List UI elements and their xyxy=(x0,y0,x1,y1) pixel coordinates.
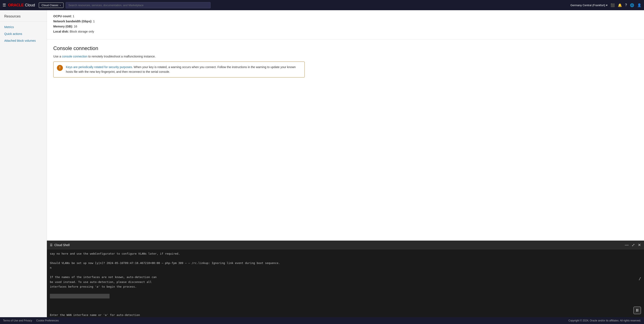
sidebar-item-quick-actions[interactable]: Quick actions xyxy=(0,30,47,37)
network-label: Network bandwidth (Gbps): xyxy=(53,19,92,23)
warning-text: Keys are periodically rotated for securi… xyxy=(66,65,301,74)
cloud-shell-header: ☰ Cloud Shell — ⤢ ✕ xyxy=(47,241,644,249)
shell-minimize-button[interactable]: — xyxy=(625,243,629,247)
local-disk-row: Local disk: Block storage only xyxy=(53,30,638,33)
content-panel: OCPU count: 1 Network bandwidth (Gbps): … xyxy=(47,10,644,241)
cloud-shell-panel: ☰ Cloud Shell — ⤢ ✕ say no here and use … xyxy=(47,241,644,317)
sidebar-item-metrics[interactable]: Metrics xyxy=(0,24,47,30)
footer: Terms of Use and Privacy Cookie Preferen… xyxy=(0,317,644,324)
sidebar-item-attached-block-volumes[interactable]: Attached block volumes xyxy=(0,37,47,44)
shell-controls: — ⤢ ✕ xyxy=(625,243,641,247)
cookie-preferences-link[interactable]: Cookie Preferences xyxy=(36,319,58,322)
blurred-content xyxy=(50,294,110,299)
cloud-shell-icon[interactable]: ⬛ xyxy=(610,3,615,7)
shell-hamburger-icon[interactable]: ☰ xyxy=(50,243,53,247)
ocpu-label: OCPU count: xyxy=(53,14,72,18)
copyright-text: Copyright © 2024, Oracle and/or its affi… xyxy=(568,319,641,322)
sidebar-title: Resources xyxy=(0,14,47,21)
shell-output: say no here and use the webConfigurator … xyxy=(50,251,641,317)
text-cursor-icon: 𝐼 xyxy=(639,277,640,282)
cloud-shell-label: Cloud Shell xyxy=(54,243,70,247)
memory-value-text: 16 xyxy=(74,25,77,28)
shell-close-button[interactable]: ✕ xyxy=(638,243,641,247)
region-selector[interactable]: Germany Central (Frankfurt) ▾ xyxy=(570,3,608,7)
cloud-classic-button[interactable]: Cloud Classic › xyxy=(39,2,64,8)
oracle-text: ORACLE xyxy=(8,3,24,7)
instance-info: OCPU count: 1 Network bandwidth (Gbps): … xyxy=(47,10,644,39)
shell-terminal-body[interactable]: say no here and use the webConfigurator … xyxy=(47,249,644,317)
security-warning-box: ! Keys are periodically rotated for secu… xyxy=(53,61,305,77)
keys-rotated-link[interactable]: Keys are periodically rotated for securi… xyxy=(66,65,132,69)
cloud-text: Cloud xyxy=(25,3,35,7)
main-area: Resources Metrics Quick actions Attached… xyxy=(0,10,644,317)
shell-expand-button[interactable]: ⤢ xyxy=(632,243,635,247)
memory-row: Memory (GB): 16 xyxy=(53,25,638,28)
terms-link[interactable]: Terms of Use and Privacy xyxy=(3,319,32,322)
notifications-icon[interactable]: 🔔 xyxy=(618,3,622,7)
language-icon[interactable]: 🌐 xyxy=(630,3,634,7)
disk-value-text: Block storage only xyxy=(70,30,94,33)
search-input[interactable] xyxy=(66,2,210,8)
network-bandwidth-row: Network bandwidth (Gbps): 1 xyxy=(53,19,638,23)
shell-help-button[interactable]: ⁞⁞ xyxy=(633,307,641,314)
footer-links: Terms of Use and Privacy Cookie Preferen… xyxy=(3,319,62,322)
user-avatar-icon[interactable]: 👤 xyxy=(637,3,642,7)
console-connection-link[interactable]: console connection xyxy=(62,55,87,58)
memory-label: Memory (GB): xyxy=(53,25,73,28)
console-connection-section: Console connection Use a console connect… xyxy=(47,39,644,241)
console-connection-description: Use a console connection to remotely tro… xyxy=(53,55,638,58)
ocpu-count-row: OCPU count: 1 xyxy=(53,14,638,18)
network-value-text: 1 xyxy=(93,19,95,23)
nav-right: Germany Central (Frankfurt) ▾ ⬛ 🔔 ? 🌐 👤 xyxy=(570,3,642,7)
top-navigation: ☰ ORACLE Cloud Cloud Classic › Germany C… xyxy=(0,0,644,10)
warning-icon: ! xyxy=(57,65,63,71)
oracle-logo: ORACLE Cloud xyxy=(8,3,35,7)
sidebar: Resources Metrics Quick actions Attached… xyxy=(0,10,47,317)
cloud-shell-title-area: ☰ Cloud Shell xyxy=(50,243,70,247)
ocpu-value-text: 1 xyxy=(73,14,74,18)
disk-label: Local disk: xyxy=(53,30,69,33)
help-icon[interactable]: ? xyxy=(625,3,627,7)
console-connection-title: Console connection xyxy=(53,45,638,51)
hamburger-menu-icon[interactable]: ☰ xyxy=(2,3,6,7)
